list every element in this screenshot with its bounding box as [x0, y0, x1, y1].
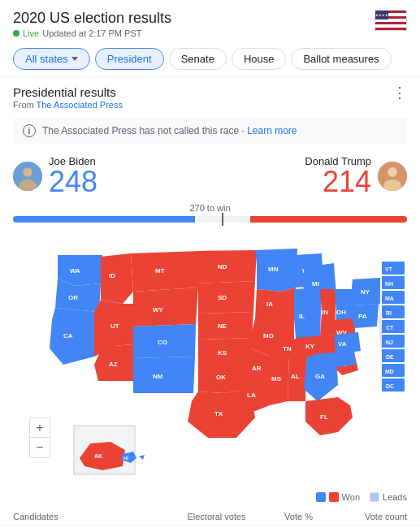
svg-point-7 [388, 168, 396, 176]
tab-senate-label: Senate [181, 53, 214, 65]
zoom-out-button[interactable]: − [30, 438, 50, 457]
zoom-in-button[interactable]: + [30, 418, 50, 438]
section-header: Presidential results From The Associated… [0, 76, 420, 113]
svg-text:MN: MN [268, 266, 279, 273]
tabs-row: All states President Senate House Ballot… [0, 45, 420, 76]
svg-text:MS: MS [271, 375, 282, 383]
svg-text:NY: NY [361, 288, 370, 296]
svg-text:DE: DE [386, 354, 394, 360]
svg-text:NM: NM [153, 373, 163, 380]
state-ND [198, 250, 257, 283]
svg-text:MA: MA [385, 296, 394, 301]
trump-avatar [378, 162, 407, 191]
svg-text:MT: MT [155, 267, 165, 275]
biden-votes: 248 [49, 167, 97, 197]
svg-text:TX: TX [214, 410, 223, 417]
svg-text:CO: CO [158, 339, 167, 346]
legend-won: Won [316, 492, 360, 502]
chevron-down-icon [71, 57, 78, 61]
svg-text:LA: LA [247, 391, 256, 399]
svg-text:CT: CT [386, 325, 394, 331]
live-dot [13, 30, 19, 37]
svg-text:NH: NH [385, 281, 393, 287]
svg-text:OK: OK [216, 374, 226, 381]
svg-text:DC: DC [386, 383, 394, 389]
svg-text:ND: ND [218, 263, 227, 270]
candidates-vote-row: Joe Biden 248 Donald Trump 214 270 to wi… [0, 149, 420, 224]
tab-all-states[interactable]: All states [13, 48, 90, 70]
biden-avatar [13, 162, 42, 191]
state-MT [131, 251, 200, 292]
flag-icon: ★★★★★★★★★★★★★★★★★★★★★★★★★★★★★★★★★★★★★★★★… [375, 10, 407, 31]
trump-bar [250, 216, 407, 223]
col-vote-pct: Vote % [259, 508, 326, 526]
svg-text:FL: FL [320, 413, 328, 421]
tab-ballot-measures-label: Ballot measures [303, 53, 379, 65]
notice-bar: i The Associated Press has not called th… [13, 118, 407, 144]
svg-text:WA: WA [70, 267, 80, 275]
map-container: WA OR CA ID NV MT WY UT CO [0, 224, 420, 489]
col-vote-count: Vote count [326, 508, 420, 526]
state-IA [255, 288, 296, 318]
svg-text:ID: ID [109, 272, 115, 279]
svg-text:VT: VT [385, 266, 393, 272]
svg-text:TN: TN [283, 345, 292, 353]
svg-text:AZ: AZ [109, 361, 118, 368]
svg-text:HI: HI [123, 456, 128, 461]
svg-text:VA: VA [338, 340, 347, 348]
table-row: Joe Biden Democratic Party 248 50.3% 70,… [0, 526, 420, 533]
win-label: 270 to win [13, 203, 407, 213]
trump-votes: 214 [305, 167, 371, 197]
biden-ev-cell: 248 [158, 526, 259, 533]
state-ID [101, 253, 133, 304]
svg-text:IA: IA [266, 301, 273, 308]
svg-text:KS: KS [218, 349, 227, 357]
svg-text:AR: AR [252, 365, 262, 372]
results-table-container: Candidates Electoral votes Vote % Vote c… [0, 508, 420, 532]
legend-leads-label: Leads [383, 492, 407, 502]
svg-text:OR: OR [68, 294, 78, 301]
state-CA [50, 308, 99, 365]
more-options-icon[interactable]: ⋮ [392, 85, 407, 100]
section-title: Presidential results [13, 85, 123, 99]
svg-text:RI: RI [386, 310, 392, 316]
state-NM [133, 357, 195, 393]
vote-bar-container: 270 to win [0, 200, 420, 224]
ap-source: From The Associated Press [13, 100, 123, 110]
notice-text: The Associated Press has not called this… [42, 125, 297, 136]
updated-text: Updated at 2:17 PM PST [42, 28, 141, 38]
svg-text:KY: KY [305, 343, 315, 350]
svg-text:AK: AK [94, 453, 102, 459]
col-electoral: Electoral votes [158, 508, 259, 526]
tab-ballot-measures[interactable]: Ballot measures [291, 48, 391, 70]
svg-text:WY: WY [153, 306, 164, 314]
svg-text:IL: IL [299, 313, 305, 320]
svg-text:UT: UT [110, 322, 119, 330]
state-WY [133, 288, 198, 327]
col-candidates: Candidates [0, 508, 158, 526]
tab-president[interactable]: President [95, 48, 164, 70]
biden-pct-cell: 50.3% [259, 526, 326, 533]
svg-text:MD: MD [385, 369, 394, 374]
tab-all-states-label: All states [25, 53, 68, 65]
legend-leads: Leads [370, 492, 407, 502]
ap-link[interactable]: The Associated Press [37, 100, 123, 110]
svg-text:GA: GA [315, 373, 325, 380]
tab-house[interactable]: House [232, 48, 287, 70]
svg-text:SD: SD [218, 294, 227, 301]
svg-text:NJ: NJ [386, 340, 393, 345]
biden-count-cell: 70,972,116 [326, 526, 420, 533]
svg-text:OH: OH [336, 309, 346, 316]
info-icon: i [23, 124, 36, 137]
biden-bar [13, 216, 195, 223]
header: 2020 US election results Live Updated at… [0, 0, 420, 45]
svg-point-3 [24, 168, 32, 176]
tab-senate[interactable]: Senate [169, 48, 227, 70]
svg-text:MO: MO [263, 332, 274, 340]
svg-text:CA: CA [63, 332, 73, 340]
learn-more-link[interactable]: Learn more [247, 125, 297, 136]
svg-text:NE: NE [218, 322, 227, 330]
page-title: 2020 US election results [13, 10, 171, 27]
svg-text:PA: PA [358, 313, 367, 320]
legend-won-label: Won [342, 492, 360, 502]
